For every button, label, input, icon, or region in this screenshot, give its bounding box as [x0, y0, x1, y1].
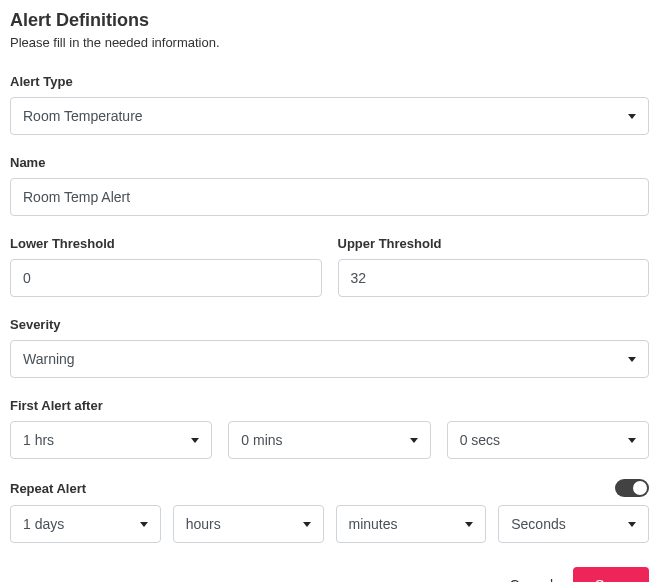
caret-down-icon: [140, 522, 148, 527]
first-alert-mins-value: 0 mins: [241, 432, 282, 448]
name-input[interactable]: [10, 178, 649, 216]
first-alert-mins-select[interactable]: 0 mins: [228, 421, 430, 459]
first-alert-label: First Alert after: [10, 398, 649, 413]
caret-down-icon: [410, 438, 418, 443]
first-alert-hrs-select[interactable]: 1 hrs: [10, 421, 212, 459]
repeat-alert-label: Repeat Alert: [10, 481, 86, 496]
save-button[interactable]: Save: [573, 567, 649, 582]
repeat-seconds-select[interactable]: Seconds: [498, 505, 649, 543]
first-alert-secs-value: 0 secs: [460, 432, 500, 448]
page-subtitle: Please fill in the needed information.: [10, 35, 649, 50]
repeat-minutes-value: minutes: [349, 516, 398, 532]
severity-label: Severity: [10, 317, 649, 332]
repeat-hours-select[interactable]: hours: [173, 505, 324, 543]
lower-threshold-label: Lower Threshold: [10, 236, 322, 251]
repeat-hours-value: hours: [186, 516, 221, 532]
alert-type-value: Room Temperature: [23, 108, 143, 124]
severity-select[interactable]: Warning: [10, 340, 649, 378]
toggle-knob-icon: [633, 481, 647, 495]
caret-down-icon: [303, 522, 311, 527]
lower-threshold-input[interactable]: [10, 259, 322, 297]
caret-down-icon: [628, 357, 636, 362]
caret-down-icon: [191, 438, 199, 443]
first-alert-hrs-value: 1 hrs: [23, 432, 54, 448]
caret-down-icon: [628, 522, 636, 527]
caret-down-icon: [628, 438, 636, 443]
severity-value: Warning: [23, 351, 75, 367]
cancel-button[interactable]: Cancel: [509, 577, 553, 582]
caret-down-icon: [628, 114, 636, 119]
first-alert-secs-select[interactable]: 0 secs: [447, 421, 649, 459]
repeat-minutes-select[interactable]: minutes: [336, 505, 487, 543]
repeat-days-select[interactable]: 1 days: [10, 505, 161, 543]
name-label: Name: [10, 155, 649, 170]
repeat-alert-toggle[interactable]: [615, 479, 649, 497]
repeat-seconds-value: Seconds: [511, 516, 565, 532]
page-title: Alert Definitions: [10, 10, 649, 31]
alert-type-select[interactable]: Room Temperature: [10, 97, 649, 135]
upper-threshold-input[interactable]: [338, 259, 650, 297]
repeat-days-value: 1 days: [23, 516, 64, 532]
caret-down-icon: [465, 522, 473, 527]
alert-type-label: Alert Type: [10, 74, 649, 89]
upper-threshold-label: Upper Threshold: [338, 236, 650, 251]
